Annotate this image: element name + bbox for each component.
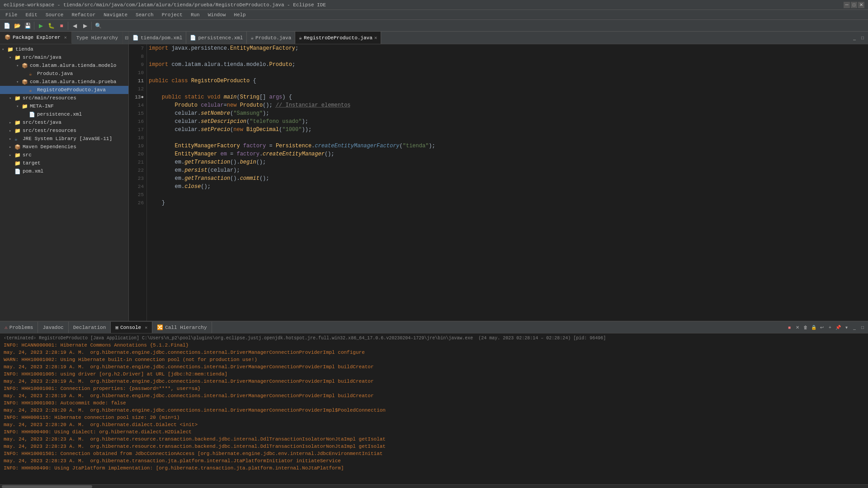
tree-item-pkg-modelo[interactable]: ▾ 📦 com.latam.alura.tienda.modelo <box>0 61 128 70</box>
tree-item-jre[interactable]: ▸ ☕ JRE System Library [JavaSE-11] <box>0 135 128 143</box>
code-line-23: em.getTransaction().commit(); <box>149 174 866 183</box>
console-pin-button[interactable]: 📌 <box>835 324 842 331</box>
minimize-button[interactable]: ─ <box>844 2 850 8</box>
editor-maximize-button[interactable]: □ <box>859 34 866 42</box>
run-button[interactable]: ▶ <box>36 21 46 31</box>
xml-icon-pom: 📄 <box>14 169 22 174</box>
tree-label-src-test-res: src/test/resources <box>23 128 76 133</box>
console-word-wrap-button[interactable]: ↩ <box>818 324 826 331</box>
console-clear-button[interactable]: 🗑 <box>802 324 809 331</box>
menu-search[interactable]: Search <box>132 11 157 19</box>
tab-console[interactable]: ▣ Console ✕ <box>111 322 152 333</box>
menu-navigate[interactable]: Navigate <box>100 11 131 19</box>
tree-item-src-resources[interactable]: ▾ 📁 src/main/resources <box>0 94 128 102</box>
menu-window[interactable]: Window <box>204 11 230 19</box>
line-21: 21 <box>129 158 146 166</box>
console-scroll-lock-button[interactable]: 🔒 <box>810 324 817 331</box>
search-button[interactable]: 🔍 <box>93 21 103 31</box>
tree-label-maven: Maven Dependencies <box>23 144 76 150</box>
title-bar: eclipse-workspace - tienda/src/main/java… <box>0 0 868 10</box>
stop-button[interactable]: ■ <box>57 21 66 31</box>
tree-item-tienda[interactable]: ▾ 📁 tienda <box>0 45 128 53</box>
tree-item-maven[interactable]: ▸ 📦 Maven Dependencies <box>0 143 128 151</box>
title-text: eclipse-workspace - tienda/src/main/java… <box>4 2 326 8</box>
tree-item-pkg-prueba[interactable]: ▾ 📦 com.latam.alura.tienda.prueba <box>0 78 128 86</box>
code-line-26: } <box>149 199 866 207</box>
tree-item-src-test-res[interactable]: ▸ 📁 src/test/resources <box>0 127 128 135</box>
console-line-5: INFO: HHH10001005: using driver [org.h2.… <box>4 371 864 378</box>
line-10: 10 <box>129 69 146 77</box>
tab-javadoc[interactable]: Javadoc <box>38 322 68 333</box>
line-24: 24 <box>129 183 146 191</box>
menu-refactor[interactable]: Refactor <box>68 11 99 19</box>
code-line-25 <box>149 191 866 199</box>
menu-help[interactable]: Help <box>230 11 249 19</box>
back-button[interactable]: ◀ <box>70 21 80 31</box>
close-button[interactable]: ✕ <box>858 2 864 8</box>
console-remove-button[interactable]: ✕ <box>794 324 801 331</box>
tab-declaration[interactable]: Declaration <box>69 322 111 333</box>
menu-run[interactable]: Run <box>187 11 203 19</box>
bottom-scrollbar-thumb[interactable] <box>2 485 92 488</box>
menu-source[interactable]: Source <box>42 11 67 19</box>
console-close-icon[interactable]: ✕ <box>145 325 147 330</box>
tab-pom-xml[interactable]: 📄 tienda/pom.xml <box>129 32 186 44</box>
tree-item-src[interactable]: ▸ 📁 src <box>0 151 128 159</box>
code-line-22: em.persist(celular); <box>149 166 866 174</box>
menu-project[interactable]: Project <box>158 11 186 19</box>
tab-persistence-xml[interactable]: 📄 persistence.xml <box>186 32 247 44</box>
xml-icon-persistence: 📄 <box>29 112 36 117</box>
console-maximize-button[interactable]: □ <box>859 324 866 331</box>
tree-item-pom[interactable]: 📄 pom.xml <box>0 167 128 175</box>
line-12: 12 <box>129 85 146 93</box>
save-button[interactable]: 💾 <box>23 21 33 31</box>
console-minimize-button[interactable]: _ <box>851 324 858 331</box>
tab-registro-java[interactable]: ☕ RegistroDeProducto.java ✕ <box>295 32 381 44</box>
new-button[interactable]: 📄 <box>2 21 12 31</box>
console-terminate-button[interactable]: ■ <box>786 324 793 331</box>
tab-package-explorer[interactable]: 📦 Package Explorer ✕ <box>0 32 72 44</box>
tab-produto-java[interactable]: ☕ Produto.java <box>247 32 295 44</box>
tree-item-produto[interactable]: ☕ Produto.java <box>0 70 128 78</box>
code-editor[interactable]: 7 8 9 10 11 12 13● 14 15 16 17 18 19 20 … <box>129 44 868 321</box>
toolbar-sep-2 <box>68 22 68 30</box>
registro-close-icon[interactable]: ✕ <box>374 35 377 41</box>
line-18: 18 <box>129 134 146 142</box>
code-content[interactable]: import javax.persistence.EntityManagerFa… <box>147 44 868 321</box>
menu-edit[interactable]: Edit <box>22 11 41 19</box>
console-line-11: INFO: HHH000115: Hibernate connection po… <box>4 414 864 421</box>
folder-icon-target: 📁 <box>14 160 22 166</box>
toolbar-sep-3 <box>91 22 92 30</box>
window-controls: ─ □ ✕ <box>844 2 864 8</box>
tab-type-hierarchy[interactable]: Type Hierarchy <box>72 32 123 44</box>
code-line-21: em.getTransaction().begin(); <box>149 158 866 166</box>
editor-minimize-button[interactable]: _ <box>851 34 858 42</box>
console-line-12: may. 24, 2023 2:28:20 A. M. org.hibernat… <box>4 421 864 428</box>
console-line-3: WARN: HHH10001002: Using Hibernate built… <box>4 356 864 363</box>
collapse-all-button[interactable]: ⊟ <box>123 34 129 42</box>
menu-file[interactable]: File <box>2 11 21 19</box>
tab-call-hierarchy[interactable]: 🔀 Call Hierarchy <box>152 322 212 333</box>
debug-button[interactable]: 🐛 <box>46 21 56 31</box>
tree-item-src-test[interactable]: ▸ 📁 src/test/java <box>0 118 128 127</box>
editor-tab-actions: _ □ <box>851 32 868 44</box>
bottom-scrollbar[interactable] <box>0 484 868 488</box>
maximize-button[interactable]: □ <box>851 2 857 8</box>
line-11: 11 <box>129 77 146 85</box>
console-line-8: may. 24, 2023 2:28:19 A. M. org.hibernat… <box>4 392 864 399</box>
console-new-button[interactable]: + <box>826 324 834 331</box>
console-display-button[interactable]: ▾ <box>843 324 850 331</box>
line-20: 20 <box>129 150 146 158</box>
open-button[interactable]: 📂 <box>12 21 22 31</box>
tab-problems[interactable]: ⚠ Problems <box>0 322 38 333</box>
tree-item-persistence-xml[interactable]: 📄 persistence.xml <box>0 110 128 118</box>
tree-item-target[interactable]: 📁 target <box>0 159 128 167</box>
tree-item-registro[interactable]: ☕ RegistroDeProducto.java <box>0 86 128 94</box>
forward-button[interactable]: ▶ <box>80 21 90 31</box>
line-16: 16 <box>129 117 146 126</box>
tree-arrow-src: ▸ <box>9 153 14 158</box>
console-output[interactable]: ‹terminated› RegistroDeProducto [Java Ap… <box>0 333 868 484</box>
package-explorer-close[interactable]: ✕ <box>64 35 67 40</box>
tree-item-meta-inf[interactable]: ▾ 📁 META-INF <box>0 102 128 110</box>
tree-item-src-main[interactable]: ▾ 📁 src/main/java <box>0 53 128 61</box>
